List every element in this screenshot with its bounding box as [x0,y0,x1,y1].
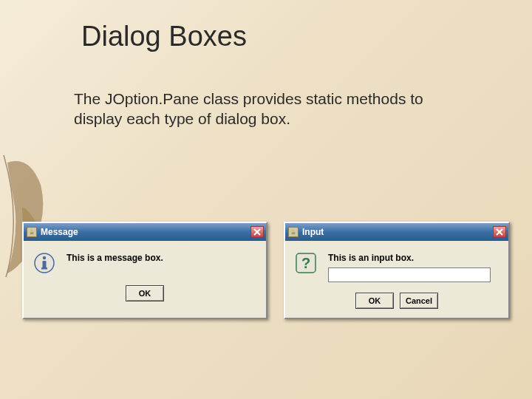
close-icon[interactable] [493,226,506,238]
ok-button[interactable]: OK [126,285,164,301]
svg-rect-3 [41,267,47,270]
java-cup-icon: ☕ [27,227,37,237]
info-icon [33,251,56,275]
question-icon: ? [294,251,318,275]
input-dialog-titlebar[interactable]: ☕ Input [285,223,508,241]
input-prompt-text: This is an input box. [328,251,499,263]
dialogs-container: ☕ Message This is a message box. [22,222,510,319]
slide-body-text: The JOption.Pane class provides static m… [74,89,458,129]
message-dialog-titlebar[interactable]: ☕ Message [24,223,266,241]
svg-point-1 [43,256,46,259]
message-dialog-title: Message [41,227,250,237]
message-dialog: ☕ Message This is a message box. [22,222,267,319]
java-cup-icon: ☕ [288,227,299,237]
cancel-button[interactable]: Cancel [400,293,438,309]
slide-title: Dialog Boxes [81,21,247,52]
message-text: This is a message box. [66,251,257,263]
input-field[interactable] [328,267,491,282]
input-dialog-title: Input [302,227,493,237]
input-dialog: ☕ Input ? This is an input box. [284,222,510,319]
svg-text:?: ? [301,255,310,271]
ok-button[interactable]: OK [355,293,394,309]
close-icon[interactable] [250,226,264,238]
